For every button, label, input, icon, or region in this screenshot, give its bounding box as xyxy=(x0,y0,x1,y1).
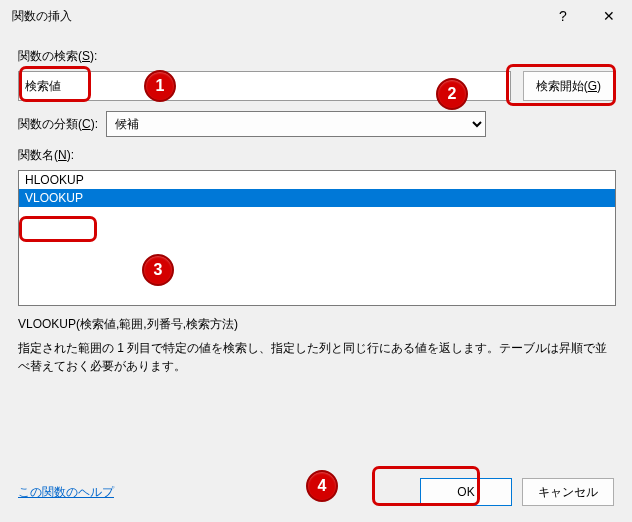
list-item[interactable]: HLOOKUP xyxy=(19,171,615,189)
function-syntax: VLOOKUP(検索値,範囲,列番号,検索方法) xyxy=(18,316,614,333)
close-icon[interactable]: ✕ xyxy=(586,0,632,32)
search-input[interactable] xyxy=(18,71,511,101)
search-go-button[interactable]: 検索開始(G) xyxy=(523,71,614,101)
ok-button[interactable]: OK xyxy=(420,478,512,506)
function-list-label: 関数名(N): xyxy=(18,147,614,164)
cancel-button[interactable]: キャンセル xyxy=(522,478,614,506)
help-icon[interactable]: ? xyxy=(540,0,586,32)
search-label: 関数の検索(S): xyxy=(18,48,614,65)
function-listbox[interactable]: HLOOKUPVLOOKUP xyxy=(18,170,616,306)
help-link[interactable]: この関数のヘルプ xyxy=(18,484,114,501)
category-label: 関数の分類(C): xyxy=(18,116,98,133)
window-title: 関数の挿入 xyxy=(12,8,540,25)
title-bar: 関数の挿入 ? ✕ xyxy=(0,0,632,32)
list-item[interactable]: VLOOKUP xyxy=(19,189,615,207)
category-select[interactable]: 候補 xyxy=(106,111,486,137)
function-description: 指定された範囲の 1 列目で特定の値を検索し、指定した列と同じ行にある値を返しま… xyxy=(18,339,614,375)
